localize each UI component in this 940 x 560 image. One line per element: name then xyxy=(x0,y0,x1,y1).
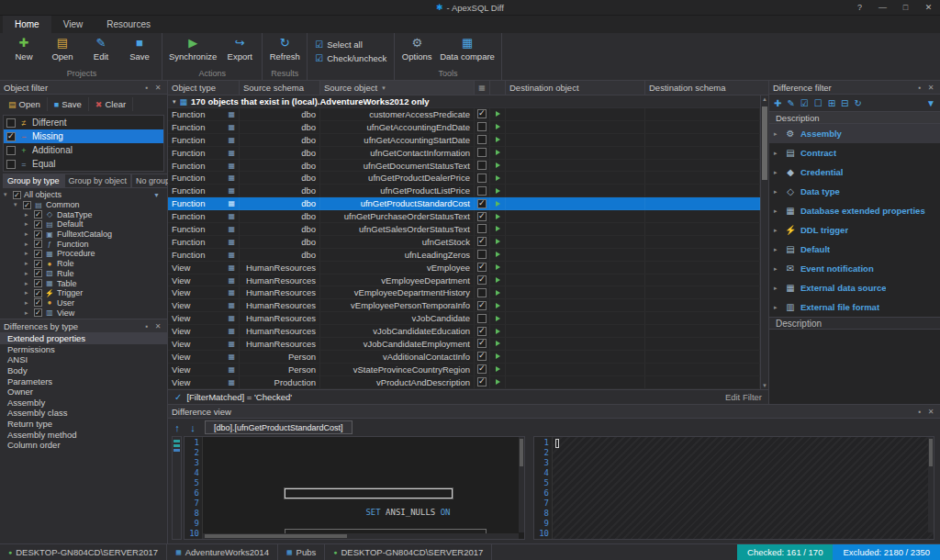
synchronize-row-icon[interactable] xyxy=(496,252,500,257)
list-item[interactable]: ▸ ✉ Event notification xyxy=(769,259,940,278)
tree-item-checkbox[interactable] xyxy=(34,240,42,248)
status-filter-row[interactable]: + Additional xyxy=(4,143,163,157)
close-icon[interactable] xyxy=(925,408,936,416)
ribbon-button[interactable]: ↻ Refresh xyxy=(265,34,304,68)
expander-icon[interactable]: ▸ xyxy=(25,309,31,317)
group-header-row[interactable]: ▾ 170 objects that exist in (local).Adve… xyxy=(168,95,760,108)
previous-difference-icon[interactable]: ↑ xyxy=(172,422,183,433)
tree-item-checkbox[interactable] xyxy=(34,279,42,287)
expander-icon[interactable]: ▸ xyxy=(774,285,780,292)
tree-item[interactable]: ▸ ▦ Procedure xyxy=(0,249,167,259)
row-checkbox[interactable] xyxy=(477,122,487,131)
column-header-check[interactable] xyxy=(475,81,490,95)
list-item[interactable]: ▸ ⚙ Assembly xyxy=(769,124,940,143)
ribbon-button[interactable]: ✚ New xyxy=(5,34,43,68)
difference-filter-toolbar-icon[interactable]: ☐ xyxy=(814,98,822,108)
synchronize-row-icon[interactable] xyxy=(496,124,500,129)
status-filter-checkbox[interactable] xyxy=(6,118,16,128)
tree-item[interactable]: ▸ ● User xyxy=(0,298,167,308)
expander-icon[interactable]: ▸ xyxy=(774,265,780,273)
pin-icon[interactable] xyxy=(914,84,925,92)
table-row[interactable]: View▦ Person vStateProvinceCountryRegion xyxy=(168,364,760,376)
row-checkbox[interactable] xyxy=(477,148,487,157)
source-script-pane[interactable]: 12345678910 SET ANSI_NULLS ON xyxy=(184,436,525,540)
difference-type-item[interactable]: Extended properties xyxy=(0,333,167,344)
synchronize-row-icon[interactable] xyxy=(496,137,500,142)
row-checkbox[interactable] xyxy=(477,237,487,246)
source-vertical-scrollbar[interactable] xyxy=(519,437,524,532)
table-row[interactable]: View▦ HumanResources vEmployeeDepartment… xyxy=(168,286,760,299)
table-row[interactable]: View▦ HumanResources vJobCandidate xyxy=(168,312,760,325)
table-row[interactable]: Function▦ dbo ufnGetAccountingStartDate xyxy=(168,134,760,147)
expander-icon[interactable]: ▸ xyxy=(774,150,780,157)
table-row[interactable]: Function▦ dbo ufnLeadingZeros xyxy=(168,249,760,262)
filter-icon[interactable] xyxy=(153,192,160,198)
row-checkbox[interactable] xyxy=(477,339,487,348)
tree-item[interactable]: ▸ ● Role xyxy=(0,259,167,269)
expander-icon[interactable]: ▾ xyxy=(4,191,10,198)
help-button[interactable]: ? xyxy=(848,0,871,15)
row-checkbox[interactable] xyxy=(477,377,487,386)
synchronize-row-icon[interactable] xyxy=(496,329,500,334)
tree-item[interactable]: ▸ ▧ Rule xyxy=(0,269,167,279)
difference-type-item[interactable]: Body xyxy=(0,365,167,376)
row-checkbox[interactable] xyxy=(477,364,487,374)
difference-filter-toolbar-icon[interactable]: ✚ xyxy=(774,98,781,108)
table-row[interactable]: View▦ Production vProductAndDescription xyxy=(168,376,760,389)
list-item[interactable]: ▸ ▦ Database extended properties xyxy=(769,201,940,220)
close-button[interactable]: ✕ xyxy=(917,0,940,15)
ribbon-button[interactable]: ☑ Select all xyxy=(312,39,389,50)
expander-icon[interactable]: ▸ xyxy=(25,299,31,307)
ribbon-button[interactable]: ▤ Open xyxy=(43,34,82,68)
tree-item[interactable]: ▸ ▤ Default xyxy=(0,219,167,230)
difference-type-item[interactable]: Assembly xyxy=(0,398,167,409)
collapse-group-icon[interactable]: ▾ xyxy=(173,98,176,106)
difference-filter-toolbar-icon[interactable]: ↻ xyxy=(855,98,862,108)
close-icon[interactable] xyxy=(925,84,936,92)
table-row[interactable]: Function▦ dbo ufnGetProductStandardCost xyxy=(168,197,760,210)
difference-filter-toolbar-icon[interactable]: ⊟ xyxy=(841,98,848,108)
row-checkbox[interactable] xyxy=(477,352,487,361)
tree-item[interactable]: ▸ ◇ DataType xyxy=(0,209,167,219)
synchronize-row-icon[interactable] xyxy=(496,379,500,385)
list-item[interactable]: ▸ ▤ Default xyxy=(769,240,940,259)
tree-item-checkbox[interactable] xyxy=(34,289,42,297)
expander-icon[interactable]: ▸ xyxy=(774,169,780,176)
expander-icon[interactable]: ▸ xyxy=(25,250,31,257)
pin-icon[interactable] xyxy=(141,84,152,92)
synchronize-row-icon[interactable] xyxy=(496,239,500,244)
difference-type-item[interactable]: Assembly method xyxy=(0,429,167,440)
column-header-source-schema[interactable]: Source schema xyxy=(240,81,320,95)
table-row[interactable]: Function▦ dbo ufnGetDocumentStatusText xyxy=(168,160,760,173)
difference-view-tab[interactable]: [dbo].[ufnGetProductStandardCost] xyxy=(205,420,352,434)
row-checkbox[interactable] xyxy=(477,186,487,196)
list-item[interactable]: ▸ ▤ Contract xyxy=(769,143,940,162)
tree-item-checkbox[interactable] xyxy=(23,201,31,209)
ribbon-button[interactable]: ▶ Synchronize xyxy=(165,34,220,68)
difference-type-item[interactable]: Assembly class xyxy=(0,408,167,419)
pane-splitter[interactable] xyxy=(525,436,533,540)
synchronize-row-icon[interactable] xyxy=(496,162,500,168)
list-item[interactable]: ▸ ◇ Data type xyxy=(769,182,940,201)
column-header-object-type[interactable]: Object type xyxy=(168,81,240,95)
synchronize-row-icon[interactable] xyxy=(496,214,500,219)
row-checkbox[interactable] xyxy=(477,109,487,118)
table-row[interactable]: View▦ HumanResources vJobCandidateEducat… xyxy=(168,325,760,338)
expander-icon[interactable]: ▸ xyxy=(25,211,31,218)
list-item[interactable]: ▸ ⚡ DDL trigger xyxy=(769,220,940,240)
difference-filter-toolbar-icon[interactable]: ⊞ xyxy=(828,98,835,108)
tree-item[interactable]: ▸ ▦ Table xyxy=(0,278,167,288)
expander-icon[interactable]: ▸ xyxy=(774,246,780,253)
row-checkbox[interactable] xyxy=(477,288,487,297)
table-row[interactable]: Function▦ dbo ufnGetStock xyxy=(168,236,760,249)
difference-type-item[interactable]: Permissions xyxy=(0,344,167,355)
scrollbar-thumb[interactable] xyxy=(762,106,767,180)
close-icon[interactable] xyxy=(152,322,163,330)
expander-icon[interactable]: ▸ xyxy=(774,130,780,138)
ribbon-button[interactable]: ▦ Data compare xyxy=(436,34,498,68)
filter-toolbar-button[interactable]: ■ Save xyxy=(48,97,89,111)
list-item[interactable]: ▸ ◆ Credential xyxy=(769,162,940,182)
column-header-destination-object[interactable]: Destination object xyxy=(506,81,645,95)
expander-icon[interactable]: ▸ xyxy=(25,241,31,248)
description-column-header[interactable]: Description xyxy=(769,111,940,124)
